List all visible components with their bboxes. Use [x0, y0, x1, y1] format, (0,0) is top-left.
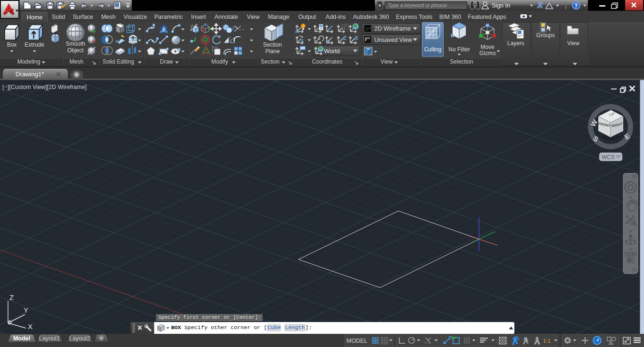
svg-text:Mesh: Mesh	[69, 58, 83, 65]
svg-text:2D Wireframe: 2D Wireframe	[374, 25, 411, 32]
svg-text:X: X	[28, 323, 33, 331]
svg-text:World: World	[324, 48, 340, 55]
svg-text:Draw: Draw	[160, 58, 173, 65]
svg-text:Section: Section	[261, 58, 280, 65]
svg-text:Coordinates: Coordinates	[312, 58, 343, 65]
svg-text:Object: Object	[67, 47, 84, 54]
svg-text:Y: Y	[24, 306, 28, 314]
svg-text:Gizmo: Gizmo	[479, 50, 496, 56]
svg-text:WCS: WCS	[602, 154, 615, 161]
svg-text:Layout1: Layout1	[39, 335, 60, 342]
svg-text:MODEL: MODEL	[347, 338, 368, 344]
svg-text:Model: Model	[13, 335, 30, 342]
svg-text:Layers: Layers	[507, 40, 524, 47]
svg-text:Section: Section	[263, 41, 282, 48]
svg-text:Modeling: Modeling	[17, 58, 41, 65]
svg-text:Z: Z	[9, 293, 14, 301]
svg-text:Extrude: Extrude	[25, 41, 44, 48]
svg-text:Plane: Plane	[265, 48, 280, 55]
svg-text:Culling: Culling	[424, 46, 442, 53]
svg-text:Move: Move	[480, 44, 495, 50]
svg-text:View: View	[567, 40, 579, 47]
svg-text:Smooth: Smooth	[66, 40, 85, 47]
svg-text:No Filter: No Filter	[448, 46, 470, 53]
svg-text:View: View	[380, 58, 393, 65]
svg-text:x: x	[301, 37, 304, 43]
svg-text:3: 3	[355, 35, 358, 41]
svg-text:Groups: Groups	[536, 32, 554, 39]
svg-text:Layout2: Layout2	[69, 335, 91, 342]
svg-text:1:1: 1:1	[543, 338, 551, 344]
svg-text:Z: Z	[343, 35, 347, 41]
svg-text:Unsaved View: Unsaved View	[374, 37, 413, 43]
svg-text:Selection: Selection	[450, 58, 473, 65]
svg-text:Modify: Modify	[211, 58, 228, 65]
svg-text:Solid Editing: Solid Editing	[103, 58, 134, 65]
svg-text:Box: Box	[7, 41, 17, 48]
